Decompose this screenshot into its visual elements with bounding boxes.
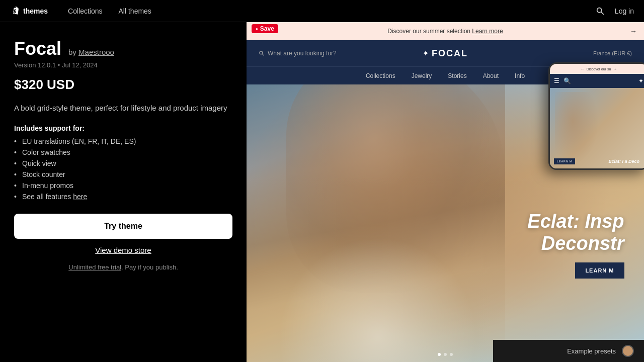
login-button[interactable]: Log in (615, 7, 634, 15)
feature-item-3: Quick view (14, 159, 232, 167)
store-nav-about[interactable]: About (483, 72, 499, 79)
pinterest-save-badge[interactable]: Save (252, 24, 278, 33)
hero-line-1: Eclat: Insp (527, 211, 624, 233)
feature-item-see-all: See all features here (14, 193, 232, 201)
shopify-themes-logo[interactable]: themes (10, 6, 48, 16)
by-label: by (68, 48, 76, 56)
hero-dot-1[interactable] (438, 353, 441, 356)
mobile-announcement-bar: ← Discover our su → (550, 64, 644, 74)
trial-text: Unlimited free trial. Pay if you publish… (14, 263, 232, 271)
try-theme-button[interactable]: Try theme (14, 214, 232, 239)
theme-description: A bold grid-style theme, perfect for lif… (14, 103, 232, 114)
mobile-preview-overlay: ← Discover our su → ☰ 🔍 ✦ Eclat: I a Dec… (548, 62, 644, 170)
bottom-bar: Example presets (493, 340, 644, 362)
feature-item-1: EU translations (EN, FR, IT, DE, ES) (14, 137, 232, 145)
hero-dots (438, 353, 453, 356)
store-nav-collections[interactable]: Collections (366, 72, 395, 79)
main-content: Focal by Maestrooo Version 12.0.1 • Jul … (0, 22, 644, 362)
store-region: France (EUR €) (593, 50, 632, 56)
store-nav-jewelry[interactable]: Jewelry (412, 72, 432, 79)
announcement-link[interactable]: Learn more (472, 28, 503, 35)
announcement-text: Discover our summer selection (387, 28, 470, 35)
features-title: Includes support for: (14, 124, 232, 132)
mobile-ann-prev: ← (581, 67, 585, 71)
theme-info-panel: Focal by Maestrooo Version 12.0.1 • Jul … (0, 22, 247, 362)
theme-version: Version 12.0.1 • Jul 12, 2024 (14, 61, 232, 69)
store-nav-info[interactable]: Info (515, 72, 525, 79)
top-navigation: themes Collections All themes Log in (0, 0, 644, 22)
theme-author-link[interactable]: Maestrooo (78, 48, 114, 56)
mobile-logo-icon: ✦ (638, 77, 643, 84)
store-preview: Save ← Discover our summer selection Lea… (247, 22, 644, 362)
view-demo-button[interactable]: View demo store (14, 246, 232, 254)
feature-item-5: In-menu promos (14, 182, 232, 190)
nav-links: Collections All themes (68, 7, 151, 15)
hero-learn-more-button[interactable]: LEARN M (575, 262, 624, 279)
shopify-logo-icon (10, 6, 20, 16)
mobile-ann-text: Discover our su (587, 67, 611, 71)
unlimited-trial-link[interactable]: Unlimited free trial (68, 263, 121, 271)
see-all-features-link[interactable]: here (73, 193, 87, 201)
hero-headline: Eclat: Insp Deconstr (527, 211, 624, 254)
announcement-bar: ← Discover our summer selection Learn mo… (247, 22, 644, 40)
nav-collections[interactable]: Collections (68, 7, 102, 15)
theme-title-row: Focal by Maestrooo (14, 38, 232, 59)
store-logo-text: FOCAL (432, 48, 468, 59)
store-logo: ✦ FOCAL (423, 48, 468, 59)
mobile-learn-btn[interactable]: LEARN M (554, 158, 575, 164)
mobile-search-icon: 🔍 (564, 77, 571, 84)
theme-author-row: by Maestrooo (68, 48, 114, 56)
feature-item-4: Stock counter (14, 170, 232, 178)
store-search-placeholder: What are you looking for? (268, 50, 337, 57)
theme-price: $320 USD (14, 77, 232, 93)
nav-right-actions: Log in (596, 7, 634, 16)
preview-wrapper: Save ← Discover our summer selection Lea… (247, 22, 644, 362)
store-logo-star: ✦ (423, 49, 430, 57)
hero-shirt (278, 237, 477, 362)
mobile-hero-figure (555, 92, 599, 164)
logo-label: themes (23, 7, 48, 15)
hero-dot-2[interactable] (444, 353, 447, 356)
example-presets-label: Example presets (567, 347, 616, 355)
mobile-hero-text: Eclat: I a Deco (608, 159, 643, 164)
features-list: EU translations (EN, FR, IT, DE, ES) Col… (14, 137, 232, 204)
hero-line-2: Deconstr (527, 233, 624, 255)
mobile-menu-icon: ☰ (554, 77, 559, 84)
store-search[interactable]: What are you looking for? (259, 50, 337, 57)
store-search-icon (259, 50, 265, 56)
hero-dot-3[interactable] (450, 353, 453, 356)
announcement-next-arrow[interactable]: → (630, 27, 637, 35)
preset-color-swatch[interactable] (622, 345, 634, 357)
feature-item-2: Color swatches (14, 148, 232, 156)
mobile-store-header: ☰ 🔍 ✦ (550, 74, 644, 88)
mobile-hero: Eclat: I a Deco LEARN M (550, 88, 644, 168)
nav-all-themes[interactable]: All themes (119, 7, 151, 15)
search-icon[interactable] (596, 7, 605, 16)
hero-text-overlay: Eclat: Insp Deconstr LEARN M (527, 211, 624, 279)
store-preview-panel: Save ← Discover our summer selection Lea… (247, 22, 644, 362)
store-nav-stories[interactable]: Stories (448, 72, 466, 79)
mobile-ann-next: → (613, 67, 617, 71)
theme-name: Focal (14, 38, 61, 59)
